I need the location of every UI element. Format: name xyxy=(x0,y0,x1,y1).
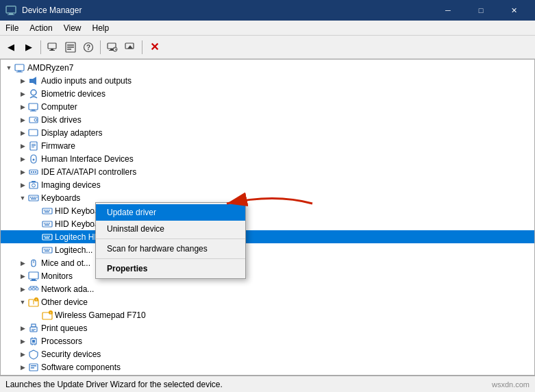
ctx-sep-1 xyxy=(96,238,245,239)
tree-item-monitors[interactable]: ▶ Monitors xyxy=(1,269,534,282)
menu-view[interactable]: View xyxy=(58,21,87,35)
ide-label: IDE ATA/ATAPI controllers xyxy=(41,167,136,177)
svg-text:?: ? xyxy=(86,44,90,51)
svg-rect-22 xyxy=(29,79,33,83)
svg-rect-77 xyxy=(32,279,36,280)
forward-button[interactable]: ▶ xyxy=(21,39,37,56)
tree-item-print[interactable]: ▶ Print queues xyxy=(1,321,534,334)
monitors-icon xyxy=(28,271,39,282)
tree-item-disk[interactable]: ▶ Disk drives xyxy=(1,113,534,126)
tree-item-other[interactable]: ▼ ! ! Other device xyxy=(1,295,534,308)
svg-rect-57 xyxy=(44,223,45,224)
menu-help[interactable]: Help xyxy=(87,21,115,35)
sw-components-label: Software components xyxy=(41,363,121,372)
svg-rect-71 xyxy=(47,249,49,250)
tree-item-hid-kbd-1[interactable]: ▶ HID Keyboard Device xyxy=(1,204,534,217)
app-icon xyxy=(5,5,16,16)
computer-expand-icon: ▶ xyxy=(17,101,28,112)
back-button[interactable]: ◀ xyxy=(3,39,19,56)
tree-root[interactable]: ▼ AMDRyzen7 xyxy=(1,61,534,74)
hid-expand-icon: ▶ xyxy=(17,154,28,164)
svg-rect-34 xyxy=(32,147,34,147)
tree-item-hid-kbd-2[interactable]: ▶ HID Keyboard Device xyxy=(1,217,534,230)
help-button[interactable]: ? xyxy=(80,39,97,56)
tree-item-mice[interactable]: ▶ Mice and ot... xyxy=(1,256,534,269)
status-text: Launches the Update Driver Wizard for th… xyxy=(5,380,223,389)
tree-item-firmware[interactable]: ▶ Firmware xyxy=(1,139,534,152)
svg-rect-4 xyxy=(51,49,53,50)
keyboards-icon xyxy=(28,193,39,204)
tree-item-logitech-2[interactable]: ▶ Logitech... xyxy=(1,243,534,256)
svg-rect-26 xyxy=(32,110,35,111)
imaging-label: Imaging devices xyxy=(41,180,101,190)
keyboards-expand-icon: ▼ xyxy=(17,193,28,204)
tree-item-ide[interactable]: ▶ IDE ATA/ATAPI controllers xyxy=(1,165,534,178)
ctx-scan-hardware[interactable]: Scan for hardware changes xyxy=(96,241,245,257)
tree-item-imaging[interactable]: ▶ Imaging devices xyxy=(1,178,534,191)
menu-bar: File Action View Help xyxy=(0,21,535,36)
svg-rect-94 xyxy=(32,324,36,327)
sw-devices-expand-icon: ▶ xyxy=(17,375,28,376)
biometric-expand-icon: ▶ xyxy=(17,88,28,99)
svg-rect-44 xyxy=(29,195,38,201)
tree-item-computer[interactable]: ▶ Computer xyxy=(1,100,534,113)
menu-action[interactable]: Action xyxy=(24,21,58,35)
print-label: Print queues xyxy=(41,323,87,333)
svg-rect-68 xyxy=(42,247,52,253)
menu-file[interactable]: File xyxy=(0,21,24,35)
uninstall-button[interactable]: ✕ xyxy=(146,39,162,56)
svg-rect-46 xyxy=(32,197,34,198)
window-controls[interactable]: ─ □ ✕ xyxy=(432,0,530,21)
computer-icon xyxy=(14,62,25,73)
tree-item-audio[interactable]: ▶ Audio inputs and outputs xyxy=(1,74,534,87)
svg-rect-98 xyxy=(32,340,35,343)
maximize-button[interactable]: □ xyxy=(465,0,497,21)
svg-rect-66 xyxy=(49,236,51,237)
svg-rect-58 xyxy=(46,223,47,224)
monitors-expand-icon: ▶ xyxy=(17,271,28,282)
processors-label: Processors xyxy=(41,336,82,346)
svg-rect-63 xyxy=(44,236,45,237)
sw-components-expand-icon: ▶ xyxy=(17,362,28,373)
disk-icon xyxy=(28,114,39,125)
tree-item-logitech-1[interactable]: ▶ Logitech HI... xyxy=(1,230,534,243)
scan-button[interactable]: ⟳ xyxy=(104,39,121,56)
svg-rect-19 xyxy=(15,64,24,71)
tree-item-processors[interactable]: ▶ Processors xyxy=(1,334,534,347)
tree-item-hid[interactable]: ▶ Human Interface Devices xyxy=(1,152,534,165)
properties-button[interactable] xyxy=(62,39,79,56)
svg-rect-1 xyxy=(9,13,13,14)
gamepad-icon: ! xyxy=(42,310,53,321)
imaging-expand-icon: ▶ xyxy=(17,180,28,191)
device-tree[interactable]: ▼ AMDRyzen7 ▶ Audio inputs and outputs ▶ xyxy=(1,60,534,375)
svg-rect-61 xyxy=(45,224,49,225)
tree-item-gamepad[interactable]: ▶ ! Wireless Gamepad F710 xyxy=(1,308,534,321)
close-button[interactable]: ✕ xyxy=(498,0,530,21)
ctx-properties[interactable]: Properties xyxy=(96,260,245,277)
svg-rect-54 xyxy=(49,210,51,211)
tree-item-display[interactable]: ▶ Display adapters xyxy=(1,126,534,139)
svg-rect-5 xyxy=(49,50,55,51)
tree-item-security[interactable]: ▶ Security devices xyxy=(1,347,534,360)
svg-rect-104 xyxy=(31,365,36,367)
security-icon xyxy=(28,349,39,360)
update-driver-button[interactable] xyxy=(122,39,138,56)
display-icon xyxy=(28,127,39,138)
svg-rect-43 xyxy=(32,181,36,182)
tree-item-keyboards[interactable]: ▼ Keyboards xyxy=(1,191,534,204)
logitech-2-icon xyxy=(42,245,53,256)
tree-item-software-components[interactable]: ▶ Software components xyxy=(1,360,534,373)
svg-rect-56 xyxy=(42,221,52,227)
device-manager-button[interactable] xyxy=(45,39,61,56)
ctx-uninstall-device[interactable]: Uninstall device xyxy=(96,221,245,237)
tree-item-biometric[interactable]: ▶ Biometric devices xyxy=(1,87,534,100)
sw-devices-icon xyxy=(28,375,39,376)
svg-rect-72 xyxy=(49,249,51,250)
ctx-update-driver[interactable]: Update driver xyxy=(96,204,245,221)
print-expand-icon: ▶ xyxy=(17,323,28,334)
tree-item-network[interactable]: ▶ Network ada... xyxy=(1,282,534,295)
svg-point-42 xyxy=(32,184,36,187)
minimize-button[interactable]: ─ xyxy=(432,0,464,21)
toolbar: ◀ ▶ ? ⟳ xyxy=(0,36,535,59)
tree-item-software-devices[interactable]: ▶ Software devices xyxy=(1,373,534,375)
